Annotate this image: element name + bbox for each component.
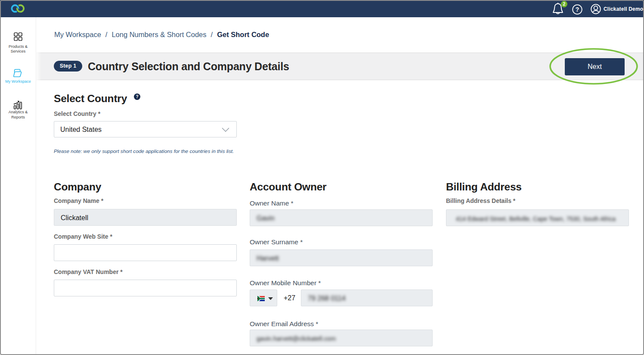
svg-text:?: ? (576, 6, 579, 13)
